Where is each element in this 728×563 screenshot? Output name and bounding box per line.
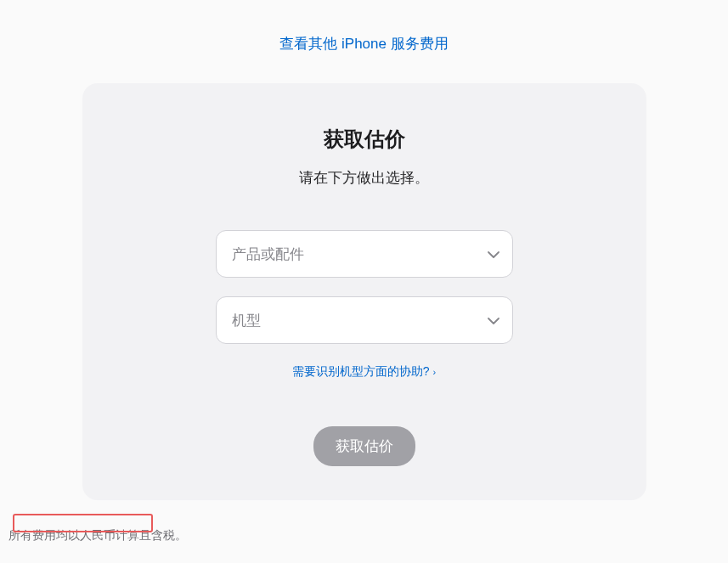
card-subtitle: 请在下方做出选择。 — [99, 168, 629, 188]
help-link-text: 需要识别机型方面的协助? — [292, 364, 430, 380]
product-select[interactable]: 产品或配件 — [216, 230, 513, 278]
footnote-price-increase: 截至 2023 年 2 月底，保外电池服务的费用都将按照当前的价格收取。从 20… — [8, 559, 720, 563]
footnote-tax: 所有费用均以人民币计算且含税。 — [8, 524, 720, 547]
chevron-right-icon: › — [433, 367, 437, 377]
product-select-wrap: 产品或配件 — [216, 230, 513, 278]
model-select[interactable]: 机型 — [216, 296, 513, 344]
identify-model-help-link[interactable]: 需要识别机型方面的协助? › — [292, 364, 436, 380]
card-title: 获取估价 — [99, 126, 629, 153]
estimate-card: 获取估价 请在下方做出选择。 产品或配件 机型 需要识别机型方面的协助? › 获… — [82, 83, 646, 500]
other-services-link[interactable]: 查看其他 iPhone 服务费用 — [0, 34, 728, 53]
model-select-wrap: 机型 — [216, 296, 513, 344]
get-estimate-button[interactable]: 获取估价 — [313, 426, 415, 466]
